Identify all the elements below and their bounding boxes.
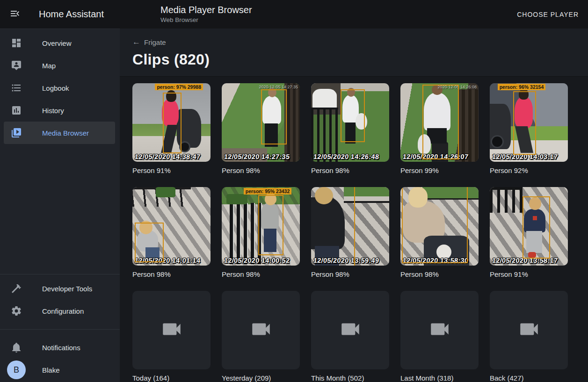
sidebar-item-history[interactable]: History: [4, 99, 115, 122]
scene-layer: [490, 187, 523, 213]
page-title: Clips (820): [132, 51, 575, 68]
clip-item[interactable]: 12/05/2020 13:58:30 Person 98%: [400, 187, 479, 279]
detection-bbox: [258, 195, 283, 255]
scene-layer: [156, 187, 175, 197]
clip-thumbnail[interactable]: person: 97% 29988 12/05/2020 14:38:47: [132, 83, 211, 162]
sidebar-toggle-button[interactable]: [4, 3, 26, 26]
sidebar-item-configuration[interactable]: Configuration: [4, 300, 115, 322]
sidebar-item-developer-tools[interactable]: Developer Tools: [4, 277, 115, 300]
clip-caption: Person 91%: [132, 166, 211, 175]
clip-thumbnail[interactable]: 12/05/2020 13:58:17: [490, 187, 568, 266]
sidebar-item-label: Logbook: [42, 84, 69, 92]
arrow-left-icon: ←: [132, 37, 140, 47]
sidebar-item-label: Overview: [42, 39, 72, 47]
video-camera-icon: [339, 317, 362, 343]
clip-thumbnail[interactable]: 12/05/2020 13:59:49: [311, 187, 389, 266]
clip-item[interactable]: person: 96% 32154 12/05/2020 14:03:17 Pe…: [490, 83, 568, 175]
sidebar-item-map[interactable]: Map: [4, 54, 115, 77]
media-grid: person: 97% 29988 12/05/2020 14:38:47 Pe…: [132, 83, 575, 382]
panel-title-block: Media Player Browser Web Browser: [160, 4, 252, 23]
sidebar-item-overview[interactable]: Overview: [4, 32, 115, 54]
sidebar-item-label: Developer Tools: [42, 285, 92, 293]
clip-caption: Person 98%: [132, 270, 211, 279]
folder-item[interactable]: Today (164): [132, 291, 211, 382]
sidebar-item-label: Notifications: [42, 344, 80, 352]
folder-caption: Yesterday (209): [222, 374, 300, 382]
sidebar-tools: Developer Tools Configuration: [0, 274, 120, 322]
sidebar-item-label: Media Browser: [42, 129, 89, 137]
camera-datetime-overlay: 2020-12-05 14:27:35: [259, 85, 298, 89]
sidebar-item-label: Configuration: [42, 307, 84, 315]
detection-bbox: [523, 196, 550, 259]
sidebar-item-user[interactable]: B Blake: [4, 359, 115, 381]
clip-item[interactable]: 2020-12-05 14:27:35 12/05/2020 14:27:35 …: [222, 83, 300, 175]
clip-item[interactable]: 12/05/2020 13:59:49 Person 98%: [311, 187, 389, 279]
sidebar-footer: Notifications B Blake: [0, 330, 120, 382]
folder-thumbnail[interactable]: [222, 291, 300, 369]
timestamp-overlay: 12/05/2020 14:27:35: [224, 153, 290, 160]
video-camera-icon: [249, 317, 273, 343]
sidebar-item-notifications[interactable]: Notifications: [4, 336, 115, 359]
clip-item[interactable]: 12/05/2020 13:58:17 Person 91%: [490, 187, 568, 279]
sidebar-spacer: [0, 144, 120, 274]
bell-icon: [11, 342, 22, 353]
breadcrumb[interactable]: ← Frigate: [132, 37, 166, 47]
play-box-multiple-icon: [11, 127, 22, 138]
panel-subtitle: Web Browser: [160, 16, 252, 23]
panel-title: Media Player Browser: [160, 4, 252, 15]
clip-item[interactable]: person: 97% 29988 12/05/2020 14:38:47 Pe…: [132, 83, 211, 175]
clip-caption: Person 98%: [222, 270, 300, 279]
gear-icon: [11, 305, 22, 317]
detection-bbox: [311, 187, 355, 266]
sidebar-item-logbook[interactable]: Logbook: [4, 77, 115, 99]
detection-bbox: [261, 89, 287, 144]
hammer-icon: [11, 283, 22, 294]
folder-item[interactable]: This Month (502): [311, 291, 389, 382]
detection-label: person: 96% 32154: [498, 84, 546, 90]
detection-bbox: [163, 93, 181, 153]
video-camera-icon: [160, 317, 183, 343]
avatar: B: [7, 360, 26, 379]
folder-caption: Last Month (318): [400, 374, 479, 382]
folder-item[interactable]: Yesterday (209): [222, 291, 300, 382]
media-browser-panel: ← Frigate Clips (820) person: 97% 29988 …: [120, 29, 588, 382]
folder-caption: Back (427): [490, 374, 568, 382]
folder-item[interactable]: Back (427): [490, 291, 568, 382]
clip-caption: Person 98%: [400, 270, 479, 279]
media-grid-container: person: 97% 29988 12/05/2020 14:38:47 Pe…: [120, 77, 588, 382]
scene-layer: [312, 89, 337, 108]
chart-box-icon: [11, 105, 22, 116]
clip-thumbnail[interactable]: 2020-12-05 14:27:35 12/05/2020 14:27:35: [222, 83, 300, 162]
detection-label: person: 97% 29988: [155, 84, 203, 90]
clip-caption: Person 99%: [400, 166, 479, 175]
app-title: Home Assistant: [39, 9, 104, 20]
clip-thumbnail[interactable]: person: 96% 32154 12/05/2020 14:03:17: [490, 83, 568, 162]
timestamp-overlay: 12/05/2020 14:26:48: [313, 153, 379, 160]
folder-caption: This Month (502): [311, 374, 389, 382]
clip-thumbnail[interactable]: 2020-12-05 14:26:08 12/05/2020 14:26:07: [400, 83, 479, 162]
video-camera-icon: [428, 317, 451, 343]
clip-caption: Person 91%: [490, 270, 568, 279]
timestamp-overlay: 12/05/2020 14:00:52: [224, 257, 290, 264]
sidebar: Overview Map Logbook History: [0, 29, 120, 382]
clip-caption: Person 92%: [490, 166, 568, 175]
folder-thumbnail[interactable]: [132, 291, 211, 369]
clip-thumbnail[interactable]: 12/05/2020 14:26:48: [311, 83, 389, 162]
clip-item[interactable]: person: 95% 23432 12/05/2020 14:00:52 Pe…: [222, 187, 300, 279]
user-name: Blake: [42, 366, 60, 374]
clip-thumbnail[interactable]: 12/05/2020 14:01:14: [132, 187, 211, 266]
clip-item[interactable]: 12/05/2020 14:26:48 Person 98%: [311, 83, 389, 175]
clip-item[interactable]: 2020-12-05 14:26:08 12/05/2020 14:26:07 …: [400, 83, 479, 175]
sidebar-item-media-browser[interactable]: Media Browser: [4, 122, 115, 144]
clip-thumbnail[interactable]: 12/05/2020 13:58:30: [400, 187, 479, 266]
choose-player-button[interactable]: CHOOSE PLAYER: [513, 0, 582, 29]
clip-thumbnail[interactable]: person: 95% 23432 12/05/2020 14:00:52: [222, 187, 300, 266]
folder-thumbnail[interactable]: [400, 291, 479, 369]
folder-thumbnail[interactable]: [311, 291, 389, 369]
detection-bbox: [422, 85, 459, 159]
format-list-bulleted-icon: [11, 82, 22, 94]
top-app-bar: Home Assistant Media Player Browser Web …: [0, 0, 588, 29]
folder-thumbnail[interactable]: [490, 291, 568, 369]
folder-item[interactable]: Last Month (318): [400, 291, 479, 382]
clip-item[interactable]: 12/05/2020 14:01:14 Person 98%: [132, 187, 211, 279]
